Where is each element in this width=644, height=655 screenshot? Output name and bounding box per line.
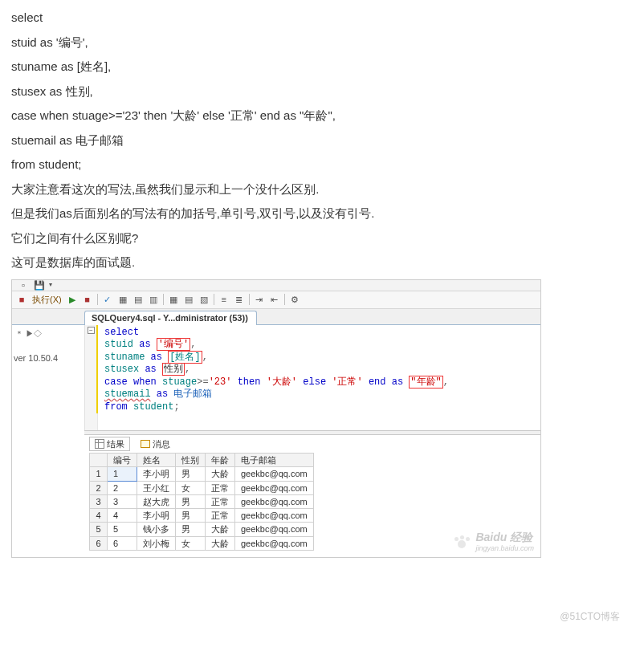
code-keyword: end as bbox=[363, 376, 410, 388]
cell[interactable]: geekbc@qq.com bbox=[235, 509, 314, 523]
article-paragraph: select bbox=[11, 6, 644, 30]
cell[interactable]: 女 bbox=[176, 536, 206, 550]
results-table[interactable]: 编号 姓名 性别 年龄 电子邮箱 1 1 李小明 男 大龄 geekbc@qq.… bbox=[89, 453, 314, 551]
cell[interactable]: 6 bbox=[108, 536, 137, 550]
code-string: '正常' bbox=[332, 376, 362, 388]
alias-double-quote: "年龄" bbox=[409, 376, 442, 389]
collapse-toggle-icon[interactable]: − bbox=[88, 327, 95, 334]
cell[interactable]: 2 bbox=[108, 481, 137, 494]
messages-icon bbox=[141, 440, 150, 448]
article-paragraph: 大家注意看这次的写法,虽然我们显示和上一个没什么区别. bbox=[11, 178, 644, 201]
results-grid-icon[interactable]: ▦ bbox=[167, 293, 180, 306]
table-row[interactable]: 1 1 李小明 男 大龄 geekbc@qq.com bbox=[90, 467, 314, 481]
cell[interactable]: 男 bbox=[176, 467, 206, 481]
cell[interactable]: 钱小多 bbox=[137, 523, 176, 536]
cell[interactable]: 刘小梅 bbox=[137, 536, 176, 550]
col-rownum[interactable] bbox=[90, 453, 108, 466]
col-id[interactable]: 编号 bbox=[108, 453, 137, 466]
article-paragraph: stusex as 性别, bbox=[11, 80, 644, 104]
comment-icon[interactable]: ≡ bbox=[218, 293, 230, 306]
dropdown-icon[interactable]: ▾ bbox=[49, 281, 52, 289]
code-field: stuname bbox=[104, 352, 151, 363]
results-grid-icon bbox=[95, 439, 104, 449]
cell[interactable]: 正常 bbox=[206, 509, 235, 523]
plan-icon[interactable]: ▤ bbox=[132, 293, 145, 306]
results-text-icon[interactable]: ▤ bbox=[182, 293, 195, 306]
parse-icon[interactable]: ✓ bbox=[101, 293, 114, 306]
col-email[interactable]: 电子邮箱 bbox=[235, 453, 314, 466]
results-file-icon[interactable]: ▧ bbox=[198, 293, 210, 306]
code-field: stuid bbox=[104, 339, 139, 350]
cell[interactable]: 男 bbox=[176, 509, 206, 523]
execute-button[interactable]: 执行(X) bbox=[31, 294, 63, 305]
messages-tab[interactable]: 消息 bbox=[135, 437, 176, 451]
code-keyword: then bbox=[231, 376, 266, 388]
col-age[interactable]: 年龄 bbox=[206, 453, 235, 466]
table-header-row: 编号 姓名 性别 年龄 电子邮箱 bbox=[90, 453, 314, 466]
alias-noquote: 性别 bbox=[162, 363, 185, 376]
code-string: '大龄' bbox=[267, 376, 297, 388]
col-sex[interactable]: 性别 bbox=[176, 453, 206, 466]
cell[interactable]: 赵大虎 bbox=[137, 494, 176, 508]
cell[interactable]: 5 bbox=[108, 523, 137, 536]
table-row[interactable]: 5 5 钱小多 男 大龄 geekbc@qq.com bbox=[90, 523, 314, 536]
cell[interactable]: geekbc@qq.com bbox=[235, 481, 314, 494]
cell[interactable]: 男 bbox=[176, 494, 206, 508]
code-keyword: case when bbox=[104, 376, 162, 388]
paw-icon bbox=[453, 535, 471, 549]
code-keyword: else bbox=[297, 376, 332, 388]
stop-debug-icon[interactable]: ■ bbox=[81, 293, 94, 306]
article-paragraph: 它们之间有什么区别呢? bbox=[11, 227, 644, 250]
article-paragraph: from student; bbox=[11, 153, 644, 177]
cell[interactable]: 李小明 bbox=[137, 467, 176, 481]
sql-editor[interactable]: − select stuid as '编号', stuname as [姓名],… bbox=[84, 325, 540, 430]
cell[interactable]: 2 bbox=[90, 481, 108, 494]
play-icon[interactable]: ▶ bbox=[66, 293, 79, 306]
col-name[interactable]: 姓名 bbox=[137, 453, 176, 466]
cell[interactable]: geekbc@qq.com bbox=[235, 523, 314, 536]
cell[interactable]: 王小红 bbox=[137, 481, 176, 494]
cell[interactable]: 1 bbox=[90, 467, 108, 481]
misc-icon[interactable]: ⚙ bbox=[288, 293, 301, 306]
cell[interactable]: 3 bbox=[108, 494, 137, 508]
table-row[interactable]: 4 4 李小明 男 正常 geekbc@qq.com bbox=[90, 509, 314, 523]
table-row[interactable]: 2 2 王小红 女 正常 geekbc@qq.com bbox=[90, 481, 314, 494]
cell[interactable]: geekbc@qq.com bbox=[235, 467, 314, 481]
version-label: ver 10.50.4 bbox=[12, 352, 58, 364]
ssms-window: ▫ 💾 ▾ ■ 执行(X) ▶ ■ ✓ ▦ ▤ ▥ ▦ ▤ ▧ ≡ ≣ ⇥ ⇤ … bbox=[11, 279, 541, 559]
cell[interactable]: 6 bbox=[90, 536, 108, 550]
cell[interactable]: geekbc@qq.com bbox=[235, 494, 314, 508]
table-row[interactable]: 3 3 赵大虎 男 正常 geekbc@qq.com bbox=[90, 494, 314, 508]
cell[interactable]: 李小明 bbox=[137, 509, 176, 523]
cell[interactable]: 男 bbox=[176, 523, 206, 536]
cell[interactable]: 4 bbox=[90, 509, 108, 523]
cell[interactable]: 大龄 bbox=[206, 467, 235, 481]
cell[interactable]: 大龄 bbox=[206, 536, 235, 550]
cell[interactable]: geekbc@qq.com bbox=[235, 536, 314, 550]
cell[interactable]: 3 bbox=[90, 494, 108, 508]
db-icon[interactable]: ▦ bbox=[116, 293, 129, 306]
cell[interactable]: 正常 bbox=[206, 481, 235, 494]
cell[interactable]: 4 bbox=[108, 509, 137, 523]
save-icon[interactable]: 💾 bbox=[33, 279, 46, 291]
cell[interactable]: 女 bbox=[176, 481, 206, 494]
file-tab[interactable]: SQLQuery4.sql - Y...dministrator (53)) bbox=[84, 311, 257, 324]
outdent-icon[interactable]: ⇤ bbox=[268, 293, 281, 306]
article-paragraph: stuemail as 电子邮箱 bbox=[11, 129, 644, 153]
indent-icon[interactable]: ⇥ bbox=[253, 293, 266, 306]
uncomment-icon[interactable]: ≣ bbox=[233, 293, 246, 306]
table-row[interactable]: 6 6 刘小梅 女 大龄 geekbc@qq.com bbox=[90, 536, 314, 550]
results-tab[interactable]: 结果 bbox=[89, 437, 130, 451]
cell[interactable]: 5 bbox=[90, 523, 108, 536]
file-icon: ▫ bbox=[17, 279, 30, 291]
alias-single-quote: '编号' bbox=[157, 338, 190, 351]
document-tab-strip: SQLQuery4.sql - Y...dministrator (53)) bbox=[12, 309, 540, 325]
top-menu-bar: ▫ 💾 ▾ bbox=[12, 280, 540, 291]
code-symbol: , bbox=[185, 364, 190, 375]
cell-selected[interactable]: 1 bbox=[108, 467, 137, 481]
alias-plain: 电子邮箱 bbox=[173, 389, 212, 400]
article-paragraph: stuid as '编号', bbox=[11, 31, 644, 55]
cell[interactable]: 大龄 bbox=[206, 523, 235, 536]
options-icon[interactable]: ▥ bbox=[147, 293, 160, 306]
cell[interactable]: 正常 bbox=[206, 494, 235, 508]
